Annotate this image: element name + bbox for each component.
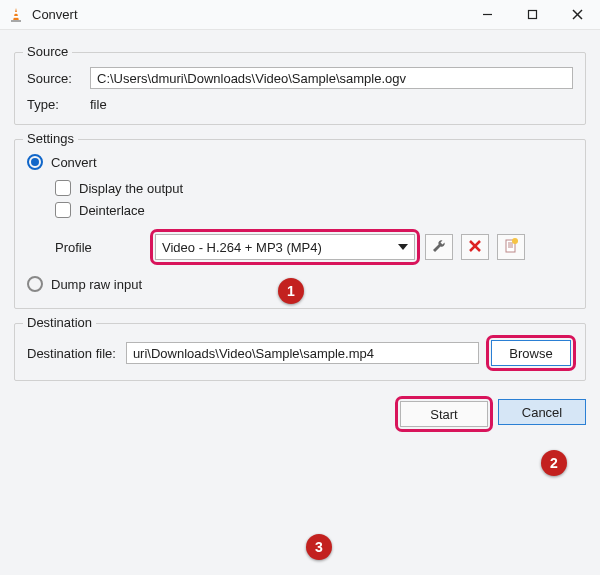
annotation-badge-3: 3	[306, 534, 332, 560]
display-output-checkbox[interactable]	[55, 180, 71, 196]
deinterlace-checkbox[interactable]	[55, 202, 71, 218]
browse-button-label: Browse	[509, 346, 552, 361]
source-group: Source Source: Type: file	[14, 52, 586, 125]
wrench-icon	[431, 238, 447, 257]
profile-label: Profile	[55, 240, 145, 255]
x-icon	[467, 238, 483, 257]
type-value: file	[90, 97, 107, 112]
vlc-cone-icon	[8, 7, 24, 23]
svg-marker-0	[13, 8, 19, 21]
cancel-button-label: Cancel	[522, 405, 562, 420]
deinterlace-row[interactable]: Deinterlace	[55, 202, 573, 218]
start-button-label: Start	[430, 407, 457, 422]
destination-group: Destination Destination file: Browse	[14, 323, 586, 381]
convert-radio[interactable]	[27, 154, 43, 170]
chevron-down-icon	[398, 244, 408, 250]
profile-select-value: Video - H.264 + MP3 (MP4)	[162, 240, 322, 255]
window-title: Convert	[32, 7, 78, 22]
minimize-button[interactable]	[465, 0, 510, 30]
source-legend: Source	[23, 44, 72, 59]
edit-profile-button[interactable]	[425, 234, 453, 260]
svg-point-14	[512, 238, 518, 244]
maximize-button[interactable]	[510, 0, 555, 30]
new-profile-button[interactable]	[497, 234, 525, 260]
svg-rect-2	[13, 16, 19, 18]
window-controls	[465, 0, 600, 30]
destination-legend: Destination	[23, 315, 96, 330]
dialog-footer: Start Cancel	[0, 391, 600, 429]
display-output-label: Display the output	[79, 181, 183, 196]
deinterlace-label: Deinterlace	[79, 203, 145, 218]
dump-raw-label: Dump raw input	[51, 277, 142, 292]
browse-button[interactable]: Browse	[491, 340, 571, 366]
destination-file-label: Destination file:	[27, 346, 116, 361]
convert-radio-label: Convert	[51, 155, 97, 170]
svg-rect-1	[14, 12, 19, 14]
start-button[interactable]: Start	[400, 401, 488, 427]
svg-rect-3	[11, 20, 21, 22]
cancel-button[interactable]: Cancel	[498, 399, 586, 425]
annotation-badge-2: 2	[541, 450, 567, 476]
close-button[interactable]	[555, 0, 600, 30]
destination-file-input[interactable]	[126, 342, 479, 364]
convert-radio-row[interactable]: Convert	[27, 154, 573, 170]
new-document-icon	[503, 238, 519, 257]
profile-select[interactable]: Video - H.264 + MP3 (MP4)	[155, 234, 415, 260]
svg-rect-5	[529, 11, 537, 19]
delete-profile-button[interactable]	[461, 234, 489, 260]
settings-legend: Settings	[23, 131, 78, 146]
display-output-row[interactable]: Display the output	[55, 180, 573, 196]
source-path-input[interactable]	[90, 67, 573, 89]
annotation-badge-1: 1	[278, 278, 304, 304]
type-label: Type:	[27, 97, 82, 112]
source-label: Source:	[27, 71, 82, 86]
titlebar: Convert	[0, 0, 600, 30]
dump-raw-radio[interactable]	[27, 276, 43, 292]
